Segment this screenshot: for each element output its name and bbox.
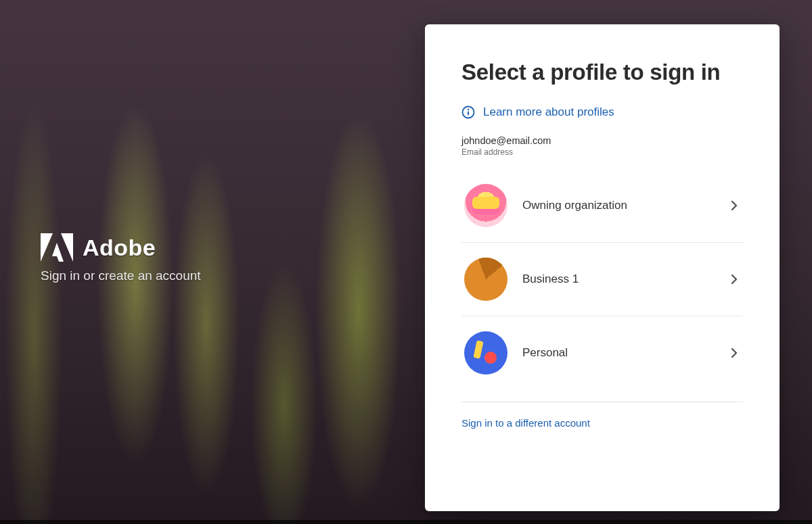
svg-marker-0 (41, 233, 53, 262)
email-block: johndoe@email.com Email address (461, 135, 743, 157)
divider (461, 402, 743, 402)
brand-tagline: Sign in or create an account (41, 268, 201, 283)
svg-point-4 (468, 109, 470, 111)
chevron-right-icon (728, 347, 740, 359)
profile-item-business-1[interactable]: Business 1 (461, 242, 743, 316)
learn-more-row: Learn more about profiles (461, 105, 743, 119)
profile-item-owning-organization[interactable]: Owning organization (461, 178, 743, 242)
cake-avatar-icon (464, 184, 508, 227)
profile-label: Owning organization (522, 199, 713, 212)
info-icon (461, 105, 475, 119)
profile-select-panel: Select a profile to sign in Learn more a… (425, 24, 780, 511)
adobe-logo-icon (41, 233, 73, 262)
bottom-bar (0, 520, 812, 524)
profile-item-personal[interactable]: Personal (461, 316, 743, 389)
blob-avatar-icon (464, 331, 508, 375)
learn-more-link[interactable]: Learn more about profiles (483, 105, 614, 119)
pie-avatar-icon (464, 258, 508, 301)
svg-marker-2 (52, 243, 64, 262)
profile-label: Personal (522, 346, 713, 360)
panel-title: Select a profile to sign in (461, 59, 743, 85)
brand-block: Adobe Sign in or create an account (41, 233, 201, 283)
email-value: johndoe@email.com (461, 135, 743, 146)
signin-page: Adobe Sign in or create an account Selec… (0, 0, 812, 524)
profile-label: Business 1 (522, 272, 713, 286)
svg-rect-5 (468, 112, 469, 116)
brand-row: Adobe (41, 233, 201, 262)
sign-in-different-account-link[interactable]: Sign in to a different account (461, 417, 590, 429)
brand-name: Adobe (83, 235, 156, 261)
chevron-right-icon (728, 273, 740, 285)
email-label: Email address (461, 147, 743, 157)
svg-marker-1 (61, 233, 73, 262)
chevron-right-icon (728, 199, 740, 212)
profile-list: Owning organization Business 1 Personal (461, 178, 743, 389)
